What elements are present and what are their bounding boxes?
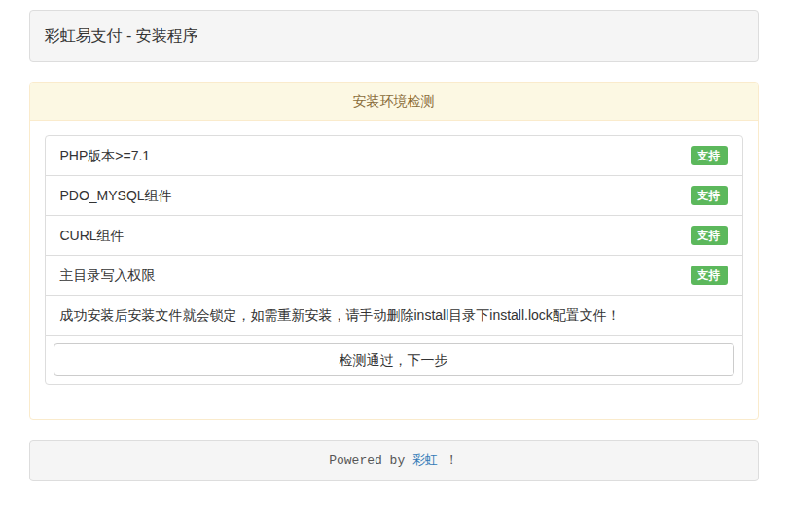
page-title-panel: 彩虹易支付 - 安装程序	[29, 10, 759, 62]
env-check-panel-heading: 安装环境检测	[30, 83, 758, 121]
check-label: PDO_MYSQL组件	[60, 186, 172, 205]
page-title: 彩虹易支付 - 安装程序	[45, 27, 198, 44]
env-check-panel-title: 安装环境检测	[353, 93, 435, 109]
rainbow-link[interactable]: 彩虹	[412, 452, 438, 467]
footer-exclamation: ！	[438, 453, 458, 468]
check-row: PDO_MYSQL组件支持	[45, 175, 743, 216]
env-check-panel: 安装环境检测 PHP版本>=7.1支持PDO_MYSQL组件支持CURL组件支持…	[29, 82, 759, 420]
next-step-button[interactable]: 检测通过，下一步	[54, 343, 734, 376]
check-label: PHP版本>=7.1	[60, 146, 151, 165]
check-label: 主目录写入权限	[60, 266, 156, 285]
check-row: PHP版本>=7.1支持	[45, 135, 743, 176]
check-row: CURL组件支持	[45, 215, 743, 256]
status-badge: 支持	[691, 226, 728, 245]
install-page: 彩虹易支付 - 安装程序 安装环境检测 PHP版本>=7.1支持PDO_MYSQ…	[0, 0, 787, 532]
check-label: CURL组件	[60, 226, 125, 245]
status-badge: 支持	[691, 186, 728, 205]
status-badge: 支持	[691, 266, 728, 285]
env-check-panel-body: PHP版本>=7.1支持PDO_MYSQL组件支持CURL组件支持主目录写入权限…	[30, 121, 758, 419]
install-lock-notice: 成功安装后安装文件就会锁定，如需重新安装，请手动删除install目录下inst…	[45, 295, 743, 336]
footer-panel: Powered by 彩虹 ！	[29, 440, 759, 481]
check-row: 主目录写入权限支持	[45, 255, 743, 296]
content-container: 彩虹易支付 - 安装程序 安装环境检测 PHP版本>=7.1支持PDO_MYSQ…	[29, 10, 759, 481]
powered-by-text: Powered by	[329, 453, 412, 468]
next-step-item: 检测通过，下一步	[45, 335, 743, 385]
environment-check-list: PHP版本>=7.1支持PDO_MYSQL组件支持CURL组件支持主目录写入权限…	[45, 135, 743, 385]
status-badge: 支持	[691, 146, 728, 165]
